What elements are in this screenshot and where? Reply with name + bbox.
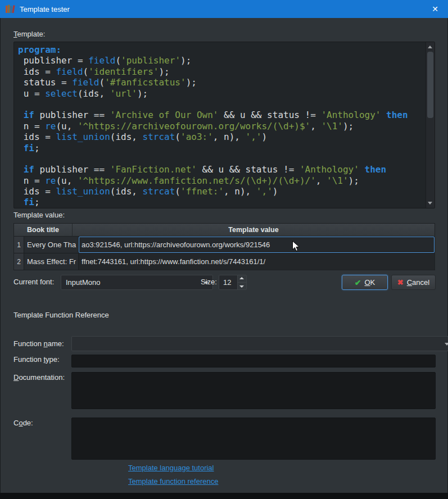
table-header: Book title Template value: [14, 224, 435, 237]
ok-label: OK: [364, 278, 375, 287]
code-line: n = re(u, '^https://www.fanfiction.net/s…: [18, 175, 424, 186]
table-row[interactable]: 1 Every One Tha ao3:921546, url:https://…: [14, 237, 435, 253]
spin-buttons: [237, 275, 246, 289]
cancel-label: Cancel: [407, 278, 429, 287]
app-icon: [5, 4, 15, 14]
code-line: ids = list_union(ids, strcat('ao3:', n),…: [18, 131, 424, 142]
scrollbar-handle[interactable]: [427, 52, 433, 118]
current-font-label: Current font:: [13, 278, 54, 287]
function-name-label: Function name:: [13, 339, 64, 348]
window-bottom-edge: [0, 493, 448, 499]
template-label: Template:: [13, 30, 45, 39]
size-value: 12: [223, 278, 231, 287]
template-value-cell[interactable]: ao3:921546, url:https://archiveofourown.…: [79, 237, 435, 253]
template-tutorial-link[interactable]: Template language tutorial: [128, 464, 214, 472]
code-line: u = select(ids, 'url');: [18, 88, 424, 99]
code-line: status = field('#fanficstatus');: [18, 77, 424, 88]
font-combo[interactable]: InputMono: [61, 275, 213, 290]
scroll-up-icon[interactable]: [426, 43, 434, 51]
code-line: if publisher == 'FanFiction.net' && u &&…: [18, 164, 424, 175]
ok-button[interactable]: ✔ OK: [342, 275, 388, 290]
dropdown-arrow-icon: [445, 343, 448, 346]
font-combo-value: InputMono: [66, 278, 100, 287]
code-line: [18, 99, 424, 110]
documentation-label: Documentation:: [13, 373, 65, 382]
cancel-button[interactable]: ✖ Cancel: [391, 275, 436, 290]
spin-down-icon[interactable]: [238, 283, 246, 289]
function-name-combo[interactable]: [71, 336, 448, 351]
close-icon: ✕: [432, 4, 438, 13]
editor-scrollbar[interactable]: [426, 42, 435, 208]
template-value-label: Template value:: [13, 211, 65, 220]
size-spinbox[interactable]: 12: [219, 275, 247, 290]
column-header-template-value[interactable]: Template value: [73, 224, 435, 236]
code-line: publisher = field('publisher');: [18, 55, 424, 66]
code-line: fi;: [18, 197, 424, 207]
row-number[interactable]: 2: [14, 253, 24, 270]
cross-icon: ✖: [397, 278, 404, 287]
code-field[interactable]: [71, 418, 436, 460]
template-tester-window: Template tester ✕ Template: program: pub…: [0, 0, 448, 499]
template-editor[interactable]: program: publisher = field('publisher');…: [13, 42, 435, 208]
spin-up-icon[interactable]: [238, 275, 246, 283]
code-line: ids = list_union(ids, strcat('ffnet:', n…: [18, 186, 424, 197]
template-editor-content: program: publisher = field('publisher');…: [18, 44, 424, 207]
book-title-cell[interactable]: Every One Tha: [24, 237, 79, 253]
check-icon: ✔: [355, 278, 361, 287]
code-line: n = re(u, '^https://archiveofourown.org/…: [18, 121, 424, 131]
window-title: Template tester: [20, 5, 70, 13]
mouse-cursor: [292, 241, 300, 252]
documentation-field[interactable]: [71, 372, 436, 409]
table-row[interactable]: 2 Mass Effect: Fr ffnet:7443161, url:htt…: [14, 253, 435, 270]
code-label: Code:: [13, 419, 33, 428]
function-reference-title: Template Function Reference: [13, 311, 109, 320]
code-line: if publisher == 'Archive of Our Own' && …: [18, 110, 424, 120]
column-header-book-title[interactable]: Book title: [14, 224, 73, 236]
titlebar[interactable]: Template tester ✕: [0, 0, 448, 18]
template-value-cell[interactable]: ffnet:7443161, url:https://www.fanfictio…: [79, 253, 435, 270]
size-label: Size:: [201, 278, 217, 287]
function-reference-link[interactable]: Template function reference: [128, 477, 218, 486]
code-line: fi;: [18, 143, 424, 153]
code-line: program:: [18, 44, 424, 55]
code-line: ids = field('identifiers');: [18, 66, 424, 77]
template-value-table: Book title Template value 1 Every One Th…: [13, 223, 435, 270]
scroll-down-icon[interactable]: [426, 199, 434, 207]
book-title-cell[interactable]: Mass Effect: Fr: [24, 253, 79, 270]
function-type-field[interactable]: [71, 355, 436, 368]
code-line: [18, 153, 424, 164]
function-type-label: Function type:: [13, 355, 60, 364]
close-button[interactable]: ✕: [422, 0, 448, 18]
row-number[interactable]: 1: [14, 237, 24, 253]
